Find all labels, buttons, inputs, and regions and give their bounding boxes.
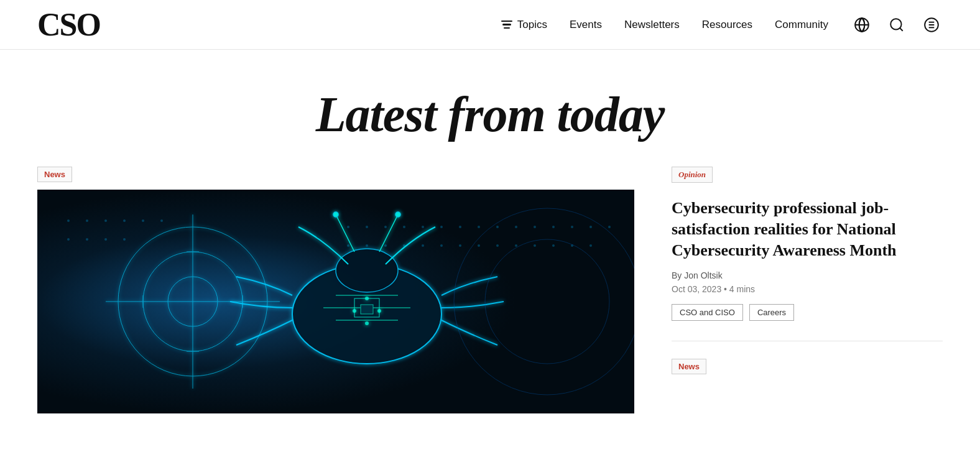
featured-article: News xyxy=(37,167,634,413)
svg-point-44 xyxy=(347,244,349,247)
svg-point-32 xyxy=(403,226,405,228)
svg-point-55 xyxy=(552,244,555,247)
svg-point-35 xyxy=(459,226,461,228)
svg-point-28 xyxy=(123,238,126,241)
featured-category-badge[interactable]: News xyxy=(37,167,72,182)
svg-point-67 xyxy=(333,212,338,217)
svg-point-19 xyxy=(67,219,70,222)
svg-point-33 xyxy=(422,226,424,228)
globe-icon xyxy=(854,17,870,33)
menu-button[interactable] xyxy=(920,14,943,36)
svg-point-42 xyxy=(589,226,592,228)
svg-point-50 xyxy=(459,244,461,247)
sidebar-article-2: News xyxy=(672,359,943,394)
svg-point-54 xyxy=(534,244,536,247)
hero-title: Latest from today xyxy=(12,87,968,142)
svg-point-29 xyxy=(347,226,349,228)
svg-point-36 xyxy=(478,226,480,228)
article-1-meta: Oct 03, 2023 • 4 mins xyxy=(672,284,943,294)
svg-point-39 xyxy=(534,226,536,228)
main-content: News xyxy=(0,167,980,413)
svg-point-45 xyxy=(366,244,368,247)
svg-point-41 xyxy=(571,226,573,228)
article-1-byline: By Jon Oltsik xyxy=(672,270,943,280)
svg-point-57 xyxy=(589,244,592,247)
svg-point-37 xyxy=(496,226,499,228)
tag-careers[interactable]: Careers xyxy=(749,304,794,321)
newsletters-nav-item[interactable]: Newsletters xyxy=(624,19,680,31)
menu-icon xyxy=(923,17,940,33)
svg-point-52 xyxy=(496,244,499,247)
main-nav: Topics Events Newsletters Resources Comm… xyxy=(500,14,943,36)
svg-point-31 xyxy=(384,226,387,228)
cyber-illustration xyxy=(37,190,634,413)
svg-point-69 xyxy=(353,309,356,313)
news-badge-2[interactable]: News xyxy=(672,359,706,374)
resources-nav-item[interactable]: Resources xyxy=(702,19,752,31)
svg-point-51 xyxy=(478,244,480,247)
topics-icon xyxy=(500,18,514,32)
svg-point-49 xyxy=(440,244,443,247)
topics-label: Topics xyxy=(517,19,547,31)
svg-point-25 xyxy=(67,238,70,241)
svg-point-46 xyxy=(384,244,387,247)
events-nav-item[interactable]: Events xyxy=(570,19,602,31)
article-1-tags: CSO and CISO Careers xyxy=(672,304,943,321)
svg-point-3 xyxy=(890,19,901,29)
svg-point-21 xyxy=(104,219,107,222)
site-header: CSO Topics Events Newsletters Resources … xyxy=(0,0,980,50)
search-icon xyxy=(889,17,905,33)
svg-point-27 xyxy=(104,238,107,241)
svg-point-48 xyxy=(422,244,424,247)
svg-point-59 xyxy=(336,249,398,292)
opinion-badge[interactable]: Opinion xyxy=(672,167,713,183)
svg-point-30 xyxy=(366,226,368,228)
cyber-bug-svg xyxy=(37,190,634,413)
featured-image[interactable] xyxy=(37,190,634,413)
svg-point-71 xyxy=(365,297,369,300)
svg-point-22 xyxy=(123,219,126,222)
article-1-title[interactable]: Cybersecurity professional job-satisfact… xyxy=(672,198,943,261)
svg-point-23 xyxy=(142,219,144,222)
svg-point-43 xyxy=(608,226,611,228)
svg-point-68 xyxy=(395,212,400,217)
topics-nav-item[interactable]: Topics xyxy=(500,18,547,32)
svg-point-72 xyxy=(365,321,369,325)
svg-point-26 xyxy=(86,238,88,241)
search-button[interactable] xyxy=(885,14,908,36)
svg-point-34 xyxy=(440,226,443,228)
svg-line-4 xyxy=(900,28,903,31)
hero-section: Latest from today xyxy=(0,50,980,167)
svg-point-24 xyxy=(160,219,163,222)
header-icons xyxy=(851,14,943,36)
tag-cso-ciso[interactable]: CSO and CISO xyxy=(672,304,743,321)
svg-point-70 xyxy=(377,309,381,313)
community-nav-item[interactable]: Community xyxy=(775,19,828,31)
svg-rect-64 xyxy=(361,305,373,314)
svg-point-20 xyxy=(86,219,88,222)
site-logo[interactable]: CSO xyxy=(37,9,100,41)
svg-point-38 xyxy=(515,226,517,228)
svg-point-40 xyxy=(552,226,555,228)
sidebar: Opinion Cybersecurity professional job-s… xyxy=(634,167,943,413)
sidebar-article-1: Opinion Cybersecurity professional job-s… xyxy=(672,167,943,341)
svg-point-53 xyxy=(515,244,517,247)
globe-button[interactable] xyxy=(851,14,873,36)
